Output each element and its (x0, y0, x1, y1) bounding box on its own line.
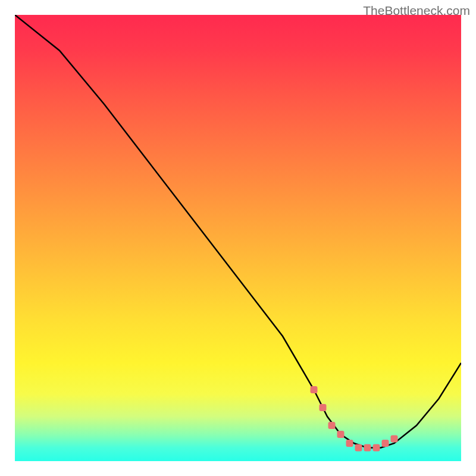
optimal-marker (311, 386, 318, 393)
optimal-marker (391, 436, 398, 443)
optimal-marker (355, 444, 362, 452)
optimal-marker (328, 422, 336, 429)
optimal-marker (320, 404, 327, 411)
optimal-marker (364, 444, 371, 452)
optimal-marker (337, 431, 345, 438)
optimal-zone-markers (311, 386, 398, 452)
watermark-text: TheBottleneck.com (363, 4, 470, 18)
chart-svg (15, 15, 461, 461)
plot-area (15, 15, 461, 461)
optimal-marker (346, 440, 353, 447)
bottleneck-curve-line (15, 15, 461, 448)
optimal-marker (373, 444, 380, 452)
optimal-marker (382, 440, 389, 447)
